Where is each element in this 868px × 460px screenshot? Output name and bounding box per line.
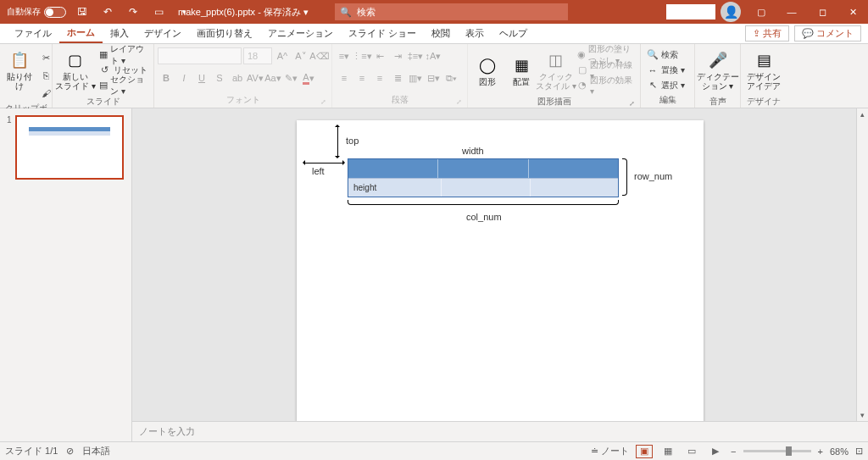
notes-toggle[interactable]: ≐ ノート	[591, 445, 629, 457]
design-ideas-button[interactable]: ▤デザイン アイデア	[744, 46, 783, 95]
slideshow-view-icon[interactable]: ▶	[707, 445, 724, 458]
scroll-down-icon[interactable]: ▾	[860, 411, 865, 419]
replace-button[interactable]: ↔置換 ▾	[644, 63, 687, 77]
slide-canvas[interactable]: top left width height row_num col_num	[297, 120, 704, 421]
numbering-icon[interactable]: ⋮≡▾	[353, 47, 370, 64]
group-drawing-label: 図形描画	[537, 97, 571, 106]
paste-button[interactable]: 📋 貼り付け	[3, 46, 36, 95]
tab-file[interactable]: ファイル	[7, 24, 59, 43]
table-object[interactable]: height	[348, 158, 619, 197]
filename-label: make_pptx(6).pptx - 保存済み ▾	[178, 6, 309, 19]
format-painter-icon[interactable]: 🖌	[37, 85, 54, 102]
tab-transitions[interactable]: 画面切り替え	[189, 24, 260, 43]
indent-dec-icon[interactable]: ⇤	[371, 47, 388, 64]
text-direction-icon[interactable]: ↕A▾	[425, 47, 442, 64]
clear-format-icon[interactable]: A⌫	[311, 47, 328, 64]
document-title[interactable]: make_pptx(6).pptx - 保存済み ▾	[178, 6, 309, 19]
spacing-icon[interactable]: AV▾	[247, 69, 264, 86]
vertical-scrollbar[interactable]: ▴ ▾	[856, 108, 868, 421]
align-center-icon[interactable]: ≡	[353, 69, 370, 86]
top-arrow-icon	[337, 125, 338, 158]
tab-design[interactable]: デザイン	[136, 24, 189, 43]
line-spacing-icon[interactable]: ‡≡▾	[407, 47, 424, 64]
scroll-up-icon[interactable]: ▴	[860, 110, 865, 119]
group-editing-label: 編集	[644, 93, 691, 108]
copy-icon[interactable]: ⎘	[37, 67, 54, 84]
sorter-view-icon[interactable]: ▦	[659, 445, 676, 458]
italic-icon[interactable]: I	[175, 69, 192, 86]
shadow-icon[interactable]: ab	[229, 69, 246, 86]
dictate-button[interactable]: 🎤ディクテー ション ▾	[698, 46, 737, 95]
share-button[interactable]: ⇪共有	[745, 25, 789, 42]
font-family-combo[interactable]	[158, 47, 242, 64]
ribbon-mode-icon[interactable]: ▢	[746, 0, 776, 24]
toggle-switch-icon[interactable]	[44, 7, 66, 18]
tab-home[interactable]: ホーム	[59, 24, 103, 43]
reading-view-icon[interactable]: ▭	[683, 445, 700, 458]
highlight-icon[interactable]: ✎▾	[282, 69, 299, 86]
fit-window-icon[interactable]: ⊡	[855, 446, 863, 457]
search-box[interactable]: 🔍 検索	[335, 3, 568, 20]
arrange-button[interactable]: ▦配置	[505, 46, 537, 95]
indent-inc-icon[interactable]: ⇥	[389, 47, 406, 64]
layout-button[interactable]: ▦レイアウト ▾	[97, 47, 150, 62]
launcher-icon[interactable]: ⤢	[320, 98, 326, 106]
minimize-button[interactable]: —	[776, 0, 807, 24]
strike-icon[interactable]: S	[211, 69, 228, 86]
columns-icon[interactable]: ▥▾	[407, 69, 424, 86]
redo-icon[interactable]: ↷	[124, 3, 142, 21]
shapes-button[interactable]: ◯図形	[471, 46, 504, 95]
justify-icon[interactable]: ≣	[389, 69, 406, 86]
tab-review[interactable]: 校閲	[424, 24, 458, 43]
section-button[interactable]: ▤セクション ▾	[97, 78, 150, 92]
font-color-icon[interactable]: A▾	[300, 69, 317, 86]
font-size-combo[interactable]: 18	[243, 47, 272, 64]
user-avatar-icon[interactable]: 👤	[721, 2, 741, 22]
save-icon[interactable]: 🖫	[73, 3, 92, 21]
zoom-slider[interactable]	[743, 450, 811, 452]
group-font-label: フォント	[226, 95, 260, 104]
bold-icon[interactable]: B	[158, 69, 175, 86]
shape-effects-button[interactable]: ◔図形の効果 ▾	[575, 78, 637, 92]
bullets-icon[interactable]: ≡▾	[336, 47, 353, 64]
spellcheck-icon[interactable]: ⊘	[66, 446, 74, 457]
slide-thumbnail-1[interactable]	[15, 115, 124, 180]
tab-insert[interactable]: 挿入	[103, 24, 136, 43]
select-button[interactable]: ↖選択 ▾	[644, 78, 687, 92]
increase-font-icon[interactable]: A^	[274, 47, 291, 64]
smartart-icon[interactable]: ⧉▾	[442, 69, 459, 86]
tab-slideshow[interactable]: スライド ショー	[341, 24, 424, 43]
tab-help[interactable]: ヘルプ	[492, 24, 535, 43]
align-left-icon[interactable]: ≡	[336, 69, 353, 86]
launcher-icon[interactable]: ⤢	[629, 100, 635, 108]
label-left: left	[312, 166, 325, 176]
zoom-level[interactable]: 68%	[830, 446, 849, 457]
tab-animations[interactable]: アニメーション	[260, 24, 341, 43]
maximize-button[interactable]: ◻	[807, 0, 837, 24]
cut-icon[interactable]: ✂	[37, 49, 54, 66]
zoom-in-icon[interactable]: +	[818, 446, 823, 457]
autosave-toggle[interactable]: 自動保存	[7, 6, 66, 18]
quickstyles-button[interactable]: ◫クイック スタイル ▾	[539, 46, 573, 95]
clipboard-icon: 📋	[9, 50, 30, 70]
fill-icon: ◉	[577, 49, 586, 61]
tab-view[interactable]: 表示	[458, 24, 492, 43]
align-right-icon[interactable]: ≡	[371, 69, 388, 86]
align-text-icon[interactable]: ⊟▾	[425, 69, 442, 86]
slide-counter[interactable]: スライド 1/1	[5, 445, 58, 457]
language-label[interactable]: 日本語	[82, 445, 110, 457]
zoom-out-icon[interactable]: −	[731, 446, 736, 457]
undo-icon[interactable]: ↶	[98, 3, 117, 21]
slideshow-start-icon[interactable]: ▭	[149, 3, 168, 21]
comment-button[interactable]: 💬コメント	[794, 25, 861, 42]
signin-box[interactable]	[666, 4, 715, 19]
case-icon[interactable]: Aa▾	[264, 69, 281, 86]
new-slide-button[interactable]: ▢ 新しい スライド ▾	[56, 46, 95, 95]
decrease-font-icon[interactable]: A˅	[292, 47, 309, 64]
underline-icon[interactable]: U	[193, 69, 210, 86]
find-button[interactable]: 🔍検索	[644, 47, 687, 62]
normal-view-icon[interactable]: ▣	[636, 445, 653, 458]
notes-pane[interactable]: ノートを入力	[132, 421, 868, 441]
launcher-icon[interactable]: ⤢	[456, 98, 462, 106]
close-button[interactable]: ✕	[837, 0, 868, 24]
